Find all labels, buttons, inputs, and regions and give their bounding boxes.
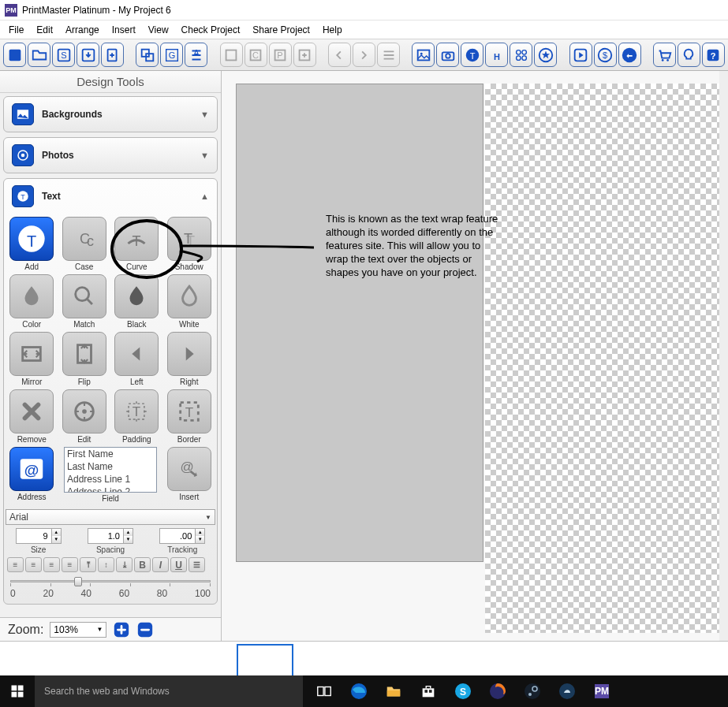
panel-text-header[interactable]: T Text ▲ <box>4 179 217 214</box>
toolbar-copy-icon[interactable]: C <box>245 43 267 67</box>
skype-icon[interactable]: S <box>453 681 473 701</box>
valign-middle-icon[interactable]: ↕ <box>98 557 114 572</box>
toolbar-camera-icon[interactable] <box>436 43 459 67</box>
toolbar-layers-icon[interactable] <box>136 43 159 67</box>
spacing-input[interactable]: ▲▼ <box>88 528 133 544</box>
menu-insert[interactable]: Insert <box>106 22 141 38</box>
toolbar-list-icon[interactable] <box>377 43 400 67</box>
tool-white[interactable]: White <box>165 274 215 329</box>
toolbar-open-icon[interactable] <box>28 43 50 67</box>
field-item[interactable]: First Name <box>65 448 156 460</box>
spin-up-icon[interactable]: ▲ <box>51 529 61 536</box>
toolbar-cut-icon[interactable] <box>220 43 243 67</box>
align-right-icon[interactable]: ≡ <box>43 557 60 572</box>
toolbar-text-circle-icon[interactable]: T <box>461 43 483 67</box>
taskbar-search[interactable]: Search the web and Windows <box>35 675 303 707</box>
field-list[interactable]: First Name Last Name Address Line 1 Addr… <box>64 447 157 493</box>
tool-address[interactable]: @Address <box>7 447 57 503</box>
tool-padding[interactable]: TPadding <box>112 389 162 444</box>
tool-flip[interactable]: Flip <box>60 332 110 386</box>
tool-remove[interactable]: Remove <box>7 389 57 444</box>
toolbar-grid-icon[interactable]: G <box>160 43 183 67</box>
toolbar-paste-icon[interactable]: P <box>269 43 292 67</box>
file-explorer-icon[interactable] <box>383 681 404 701</box>
align-justify-icon[interactable]: ≡ <box>62 557 78 572</box>
size-value[interactable] <box>17 531 51 541</box>
panel-photos-header[interactable]: Photos ▼ <box>4 138 217 173</box>
tool-black[interactable]: Black <box>112 274 162 329</box>
toolbar-help-icon[interactable]: ? <box>702 43 725 67</box>
bullets-icon[interactable]: ☰ <box>189 557 205 572</box>
printmaster-taskbar-icon[interactable]: PM <box>592 681 612 701</box>
zoom-in-button[interactable] <box>113 621 130 638</box>
zoom-out-button[interactable] <box>136 621 154 638</box>
toolbar-price-icon[interactable]: $ <box>594 43 617 67</box>
tracking-value[interactable] <box>160 531 195 541</box>
canvas-area[interactable]: This is known as the text wrap feature a… <box>222 71 728 641</box>
tool-border[interactable]: TBorder <box>165 389 215 444</box>
task-view-icon[interactable] <box>314 681 334 701</box>
align-center-icon[interactable]: ≡ <box>25 557 42 572</box>
menu-arrange[interactable]: Arrange <box>60 22 105 38</box>
vertical-scrollbar[interactable] <box>719 71 728 641</box>
toolbar-align-icon[interactable]: A <box>185 43 207 67</box>
spin-down-icon[interactable]: ▼ <box>195 536 204 543</box>
tool-left[interactable]: Left <box>112 332 162 386</box>
size-input[interactable]: ▲▼ <box>16 528 62 544</box>
tool-right[interactable]: Right <box>165 332 215 386</box>
spin-up-icon[interactable]: ▲ <box>123 529 133 536</box>
toolbar-image-icon[interactable] <box>412 43 435 67</box>
panel-backgrounds-header[interactable]: Backgrounds ▼ <box>4 97 217 132</box>
valign-top-icon[interactable]: ⤒ <box>80 557 96 572</box>
font-select[interactable]: Arial▼ <box>6 509 215 525</box>
underline-icon[interactable]: U <box>170 557 187 572</box>
bold-icon[interactable]: B <box>134 557 151 572</box>
tool-curve[interactable]: TCurve <box>112 217 162 271</box>
sidebar-scroll[interactable]: Backgrounds ▼ Photos ▼ T Text ▲ TAd <box>0 93 221 617</box>
toolbar-save-icon[interactable]: S <box>52 43 75 67</box>
toolbar-star-icon[interactable] <box>534 43 557 67</box>
menu-help[interactable]: Help <box>317 22 348 38</box>
app-icon[interactable] <box>557 681 577 701</box>
toolbar-play-icon[interactable] <box>569 43 592 67</box>
toolbar-headline-icon[interactable]: H <box>485 43 508 67</box>
toolbar-cart-icon[interactable] <box>653 43 676 67</box>
tool-shadow[interactable]: TTShadow <box>165 217 215 271</box>
spin-down-icon[interactable]: ▼ <box>123 536 133 543</box>
edge-icon[interactable] <box>349 681 369 701</box>
field-item[interactable]: Address Line 1 <box>65 473 156 486</box>
menu-share-project[interactable]: Share Project <box>247 22 315 38</box>
store-icon[interactable] <box>418 681 439 701</box>
spin-down-icon[interactable]: ▼ <box>51 536 61 543</box>
toolbar-export-icon[interactable] <box>77 43 99 67</box>
spacing-value[interactable] <box>88 531 123 541</box>
tool-edit[interactable]: Edit <box>60 389 110 444</box>
valign-bottom-icon[interactable]: ⤓ <box>116 557 133 572</box>
tracking-input[interactable]: ▲▼ <box>159 528 205 544</box>
toolbar-paste-plus-icon[interactable] <box>293 43 316 67</box>
firefox-icon[interactable] <box>487 681 508 701</box>
tool-match[interactable]: Match <box>60 274 110 329</box>
canvas-page[interactable]: This is known as the text wrap feature a… <box>236 84 483 562</box>
toolbar-add-page-icon[interactable] <box>101 43 124 67</box>
menu-edit[interactable]: Edit <box>31 22 58 38</box>
tool-color[interactable]: Color <box>7 274 57 329</box>
menu-view[interactable]: View <box>143 22 174 38</box>
opacity-slider[interactable]: 0 20 40 60 80 100 <box>10 577 211 599</box>
tool-mirror[interactable]: Mirror <box>7 332 57 386</box>
steam-icon[interactable] <box>522 681 543 701</box>
toolbar-shapes-icon[interactable] <box>510 43 532 67</box>
toolbar-undo-icon[interactable] <box>328 43 351 67</box>
start-button[interactable] <box>0 675 35 707</box>
align-left-icon[interactable]: ≡ <box>7 557 24 572</box>
toolbar-idea-icon[interactable] <box>678 43 700 67</box>
tool-case[interactable]: CcCase <box>60 217 110 271</box>
toolbar-redo-icon[interactable] <box>353 43 375 67</box>
field-item[interactable]: Address Line 2 <box>65 486 156 493</box>
zoom-select[interactable]: 103%▼ <box>50 622 106 638</box>
tool-add[interactable]: TAdd <box>7 217 57 271</box>
menu-file[interactable]: File <box>3 22 29 38</box>
toolbar-share-icon[interactable] <box>618 43 641 67</box>
italic-icon[interactable]: I <box>152 557 169 572</box>
field-item[interactable]: Last Name <box>65 460 156 473</box>
